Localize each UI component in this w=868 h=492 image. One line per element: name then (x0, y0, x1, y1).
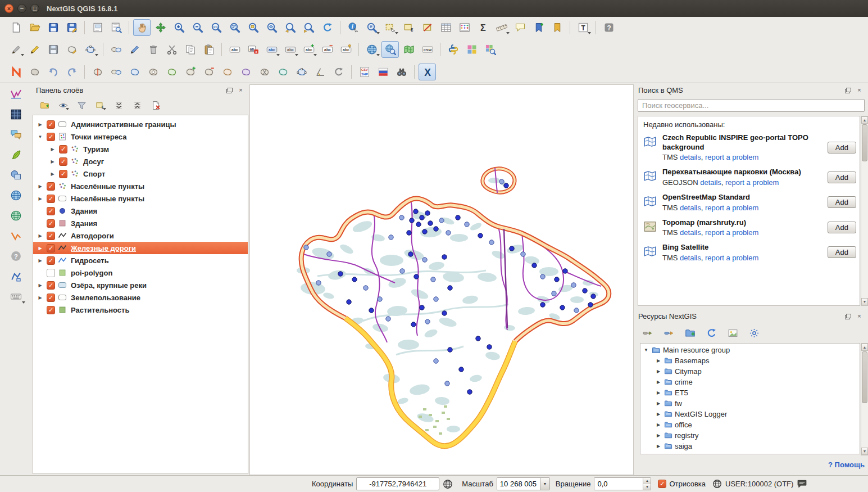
zoom-out[interactable] (189, 19, 206, 36)
preview-resource[interactable] (725, 326, 740, 340)
layer-labeling[interactable]: abc (226, 41, 243, 58)
layer-visibility-checkbox[interactable] (47, 269, 55, 277)
measure-angle[interactable] (311, 64, 329, 80)
add-service-button[interactable]: Add (828, 196, 856, 208)
resources-panel-float-button[interactable] (844, 312, 852, 321)
delete-selected[interactable] (144, 41, 162, 58)
resource-row[interactable]: ▶ Basemaps (643, 355, 860, 366)
wms-services[interactable] (6, 206, 25, 225)
zoom-native[interactable]: 1:1 (207, 19, 225, 36)
connect-web-gis[interactable] (661, 326, 676, 340)
scroll-up-icon[interactable]: ▲ (861, 344, 868, 351)
layer-row[interactable]: ▶ ✓ Озёра, крупные реки (33, 279, 248, 291)
resource-row[interactable]: ▶ NextGIS Logger (643, 409, 860, 419)
log-messages[interactable] (6, 125, 25, 144)
delete-ring[interactable] (256, 64, 273, 80)
search-qms[interactable] (381, 41, 399, 58)
nextgis-data[interactable] (400, 41, 417, 58)
current-edits[interactable] (7, 41, 25, 58)
extent-globe-icon[interactable] (443, 479, 453, 489)
expander-right-icon[interactable]: ▶ (49, 147, 56, 152)
layer-visibility-checkbox[interactable]: ✓ (47, 294, 55, 302)
save-project[interactable] (44, 19, 62, 36)
merge-features[interactable] (126, 64, 143, 80)
digitizing-tools[interactable] (6, 145, 25, 164)
create-resource-group[interactable] (683, 326, 697, 340)
layer-row[interactable]: ▶ ✓ Туризм (33, 143, 248, 155)
expander-right-icon[interactable]: ▶ (37, 246, 44, 251)
toggle-editing[interactable] (26, 41, 43, 58)
spin-down-icon[interactable]: ▼ (643, 484, 651, 490)
layer-visibility-checkbox[interactable]: ✓ (47, 256, 55, 265)
add-service-button[interactable]: Add (828, 142, 856, 154)
manage-map-themes[interactable] (56, 98, 70, 112)
scroll-down-icon[interactable]: ▼ (861, 298, 868, 305)
service-report-link[interactable]: report a problem (725, 178, 779, 187)
qms-search-input[interactable] (638, 99, 865, 112)
undo[interactable] (44, 64, 62, 80)
new-print-layout[interactable] (89, 19, 106, 36)
layout-manager[interactable] (107, 19, 125, 36)
spin-up-icon[interactable]: ▲ (643, 478, 651, 484)
layer-row[interactable]: ▶ ✓ Досуг (33, 155, 248, 168)
layer-row[interactable]: ▶ ✓ Административные границы (33, 118, 248, 130)
layer-diagram[interactable]: abc (263, 41, 280, 58)
expander-right-icon[interactable]: ▶ (655, 380, 662, 385)
geometry-tools[interactable] (6, 165, 25, 184)
layers-panel-float-button[interactable] (225, 86, 234, 94)
layer-row[interactable]: ✓ Растительность (33, 304, 248, 316)
resource-row[interactable]: ▶ registry (643, 430, 860, 441)
layers-panel-close-button[interactable]: × (237, 86, 245, 94)
zoom-full[interactable] (226, 19, 243, 36)
window-minimize-button[interactable]: − (17, 4, 26, 13)
chevron-down-icon[interactable] (376, 32, 380, 34)
expand-all[interactable] (112, 98, 125, 112)
layer-row[interactable]: poi-polygon (33, 267, 248, 279)
scrollbar-thumb[interactable] (862, 351, 867, 403)
expander-right-icon[interactable]: ▶ (655, 422, 662, 427)
select-features[interactable] (381, 19, 399, 36)
expander-right-icon[interactable]: ▶ (37, 233, 44, 238)
manage-plugins[interactable] (463, 41, 480, 58)
expander-right-icon[interactable]: ▶ (655, 433, 662, 438)
scroll-up-icon[interactable]: ▲ (861, 116, 868, 124)
refresh-resources[interactable] (704, 326, 719, 340)
rotation-spinner[interactable]: ▲▼ (594, 477, 651, 490)
resources-scrollbar[interactable]: ▲ ▼ (861, 343, 868, 455)
scale-input[interactable] (497, 478, 540, 490)
move-feature[interactable] (107, 41, 125, 58)
add-service-button[interactable]: Add (828, 171, 856, 183)
web-services[interactable] (6, 186, 25, 205)
pin-labels[interactable]: abc (337, 41, 355, 58)
resource-row[interactable]: ▶ Citymap (643, 366, 860, 377)
layer-visibility-checkbox[interactable]: ✓ (47, 306, 55, 314)
osm-search[interactable] (393, 64, 410, 80)
resource-root-row[interactable]: ▼ Main resource group (643, 345, 860, 355)
chevron-down-icon[interactable] (376, 54, 380, 56)
layer-row[interactable]: ▼ ✓ Точки интереса (33, 130, 248, 143)
layer-row[interactable]: ✓ Здания (33, 217, 248, 229)
qms-panel-close-button[interactable]: × (855, 86, 864, 94)
add-service-button[interactable]: Add (828, 246, 856, 258)
offset-curve[interactable] (274, 64, 292, 80)
expander-right-icon[interactable]: ▶ (37, 295, 44, 300)
csw-catalog[interactable]: CSW (419, 41, 436, 58)
help-link[interactable]: ? Помощь (828, 461, 865, 469)
expander-right-icon[interactable]: ▶ (655, 444, 662, 449)
expander-right-icon[interactable]: ▶ (37, 122, 44, 127)
redo[interactable] (63, 64, 80, 80)
add-group[interactable] (38, 98, 51, 112)
layer-visibility-checkbox[interactable]: ✓ (47, 232, 55, 240)
statistical-summary[interactable]: Σ (474, 19, 492, 36)
expander-right-icon[interactable]: ▶ (37, 184, 44, 189)
expander-right-icon[interactable]: ▶ (655, 358, 662, 363)
help-contents[interactable]: ? (6, 246, 25, 265)
filter-by-expression[interactable]: ε (93, 98, 107, 112)
vector-tools[interactable] (6, 267, 25, 286)
qms-geoservices[interactable] (363, 41, 380, 58)
messages-bubble-icon[interactable] (797, 479, 807, 489)
save-layer-edits[interactable] (44, 41, 62, 58)
expander-down-icon[interactable]: ▼ (643, 347, 649, 353)
layer-row[interactable]: ▶ ✓ Населённые пункты (33, 192, 248, 205)
measure-line[interactable] (493, 19, 510, 36)
